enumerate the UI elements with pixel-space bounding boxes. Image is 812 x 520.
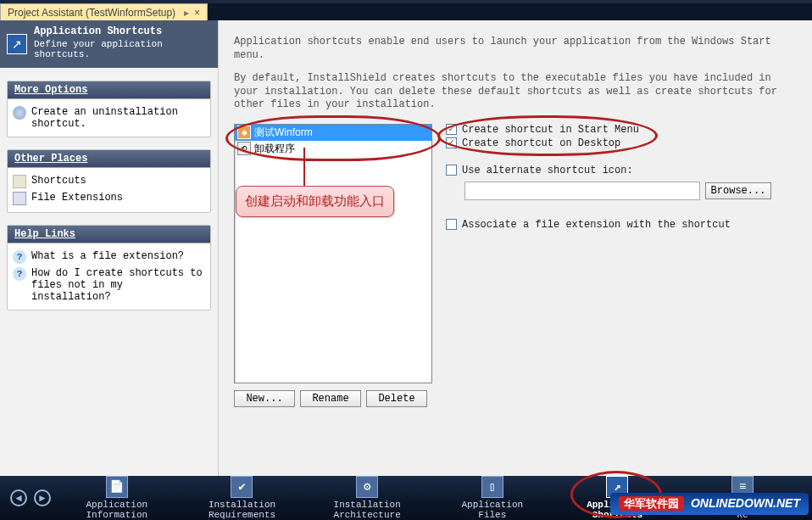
nav-app-files[interactable]: ▯ Application Files xyxy=(446,476,539,520)
shortcuts-link[interactable]: Shortcuts xyxy=(13,173,205,190)
list-item[interactable]: ◆ 测试Winform xyxy=(235,125,431,141)
desktop-checkbox-row[interactable]: Create shortcut on Desktop xyxy=(446,137,797,149)
annotation-arrow xyxy=(303,148,305,190)
create-uninstall-shortcut-link[interactable]: Create an uninstallation shortcut. xyxy=(13,104,205,131)
tab-title: Project Assistant (TestWinformSetup) xyxy=(8,7,175,19)
file-extensions-link[interactable]: File Extensions xyxy=(13,190,205,207)
help-file-extension-link[interactable]: ? What is a file extension? xyxy=(13,249,205,266)
browse-button[interactable]: Browse... xyxy=(705,182,771,199)
page-subtitle: Define your application shortcuts. xyxy=(34,39,209,59)
nav-install-requirements[interactable]: ✔ Installation Requirements xyxy=(195,476,288,520)
rename-button[interactable]: Rename xyxy=(300,390,361,407)
watermark: 华军软件园 ONLINEDOWN.NET xyxy=(610,493,809,515)
nav-forward-button[interactable]: ► xyxy=(34,489,51,506)
more-options-panel: More Options Create an uninstallation sh… xyxy=(7,81,211,137)
nav-app-info[interactable]: 📄 Application Information xyxy=(70,476,164,520)
page-header: ↗ Application Shortcuts Define your appl… xyxy=(0,20,218,68)
alt-icon-input[interactable] xyxy=(464,182,700,200)
panel-header: Help Links xyxy=(8,226,210,243)
help-links-panel: Help Links ? What is a file extension? ?… xyxy=(7,225,211,310)
page-title: Application Shortcuts xyxy=(34,25,209,37)
annotation-callout: 创建启动和卸载功能入口 xyxy=(236,186,394,217)
intro-text-1: Application shortcuts enable end users t… xyxy=(234,36,797,62)
help-icon: ? xyxy=(13,267,26,281)
file-ext-icon xyxy=(13,192,26,205)
shortcut-icon xyxy=(13,175,26,188)
app-icon: ◆ xyxy=(237,126,251,139)
associate-extension-checkbox-row[interactable]: Associate a file extension with the shor… xyxy=(446,219,797,231)
alt-icon-checkbox-row[interactable]: Use alternate shortcut icon: xyxy=(446,165,797,176)
new-button[interactable]: New... xyxy=(234,390,295,407)
requirements-icon: ✔ xyxy=(231,476,253,498)
delete-button[interactable]: Delete xyxy=(366,390,427,407)
uninstall-icon: ⟲ xyxy=(237,142,251,155)
other-places-panel: Other Places Shortcuts File Extensions xyxy=(7,149,211,213)
shortcut-header-icon: ↗ xyxy=(7,34,27,54)
tab-row: Project Assistant (TestWinformSetup) ▸ × xyxy=(0,3,812,20)
left-sidebar: ↗ Application Shortcuts Define your appl… xyxy=(0,20,219,476)
annotation-oval-checks xyxy=(437,115,658,156)
nav-install-architecture[interactable]: ⚙ Installation Architecture xyxy=(320,476,414,520)
checkbox-icon[interactable] xyxy=(446,124,457,135)
panel-header: Other Places xyxy=(8,150,210,168)
nav-back-button[interactable]: ◄ xyxy=(10,489,27,506)
content-area: Application shortcuts enable end users t… xyxy=(219,20,812,476)
shortcut-listbox[interactable]: ◆ 测试Winform ⟲ 卸载程序 xyxy=(234,124,432,383)
files-icon: ▯ xyxy=(481,476,503,498)
app-info-icon: 📄 xyxy=(106,476,128,498)
checkbox-icon[interactable] xyxy=(446,165,457,176)
gear-icon xyxy=(13,106,26,120)
pin-icon[interactable]: ▸ xyxy=(184,7,189,19)
intro-text-2: By default, InstallShield creates shortc… xyxy=(234,72,797,112)
checkbox-icon[interactable] xyxy=(446,137,457,148)
panel-header: More Options xyxy=(8,81,210,99)
list-item[interactable]: ⟲ 卸载程序 xyxy=(235,141,431,157)
help-icon: ? xyxy=(13,250,26,264)
architecture-icon: ⚙ xyxy=(356,476,378,498)
start-menu-checkbox-row[interactable]: Create shortcut in Start Menu xyxy=(446,124,797,136)
project-assistant-tab[interactable]: Project Assistant (TestWinformSetup) ▸ × xyxy=(0,3,208,20)
checkbox-icon[interactable] xyxy=(446,219,457,230)
help-create-shortcuts-link[interactable]: ? How do I create shortcuts to files not… xyxy=(13,266,205,305)
close-icon[interactable]: × xyxy=(194,7,200,19)
